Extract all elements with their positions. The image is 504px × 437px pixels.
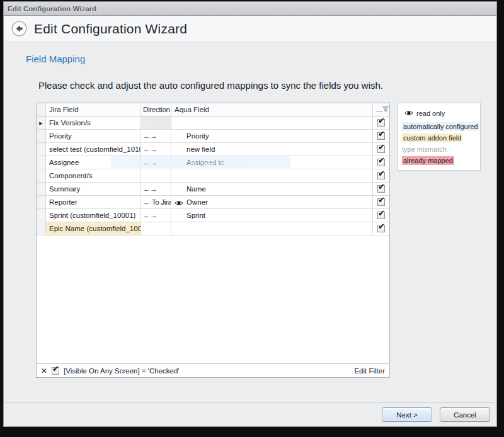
table-row[interactable]: Epic Name (customfield_10004) xyxy=(37,222,389,236)
aqua-field-value: Assigned to xyxy=(186,159,224,166)
direction-cell[interactable]: ←→ xyxy=(141,183,171,196)
table-row[interactable]: Reporter← To JiraOwner xyxy=(37,196,389,209)
edit-filter-button[interactable]: Edit Filter xyxy=(354,367,385,375)
field-mapping-grid: Jira Field Direction Aqua Field ... ▶Fix… xyxy=(36,103,390,378)
row-checkbox[interactable] xyxy=(377,212,385,219)
aqua-field-cell[interactable]: Sprint xyxy=(171,209,373,222)
jira-field-cell[interactable]: Component/s xyxy=(46,169,141,183)
filter-enabled-checkbox[interactable] xyxy=(52,367,59,375)
instruction-text: Please check and adjust the auto configu… xyxy=(38,80,383,91)
legend-item-auto-configured: automatically configured xyxy=(402,121,477,132)
aqua-field-value: Name xyxy=(186,185,206,193)
header-selector-cell xyxy=(37,103,46,116)
table-row[interactable]: ▶Fix Version/s←→ xyxy=(37,116,389,130)
row-selector-cell[interactable] xyxy=(37,196,46,209)
table-row[interactable]: Priority←→Priority xyxy=(37,130,389,143)
row-checkbox[interactable] xyxy=(377,159,385,166)
aqua-field-cell[interactable] xyxy=(171,116,373,130)
table-row[interactable]: Sprint (customfield_10001)←→Sprint xyxy=(37,209,389,222)
row-selector-cell[interactable] xyxy=(37,169,46,183)
row-checkbox[interactable] xyxy=(377,132,385,140)
aqua-field-cell[interactable] xyxy=(171,222,373,236)
direction-cell[interactable]: ←→ xyxy=(141,209,171,222)
eye-icon xyxy=(175,200,183,207)
grid-empty-area xyxy=(37,236,389,363)
legend-box: read only automatically configured custo… xyxy=(398,103,481,171)
row-checkbox[interactable] xyxy=(377,119,385,127)
row-selector-cell[interactable] xyxy=(37,143,46,156)
jira-field-cell[interactable]: Assignee xyxy=(46,156,141,169)
aqua-field-cell[interactable]: Assigned to xyxy=(171,156,373,169)
row-checkbox[interactable] xyxy=(377,225,385,232)
section-heading: Field Mapping xyxy=(26,54,85,64)
edit-configuration-wizard-window: Edit Configuration Wizard Edit Configura… xyxy=(3,1,497,427)
visible-checkbox-cell xyxy=(373,183,389,196)
direction-cell[interactable] xyxy=(141,169,171,183)
table-row[interactable]: Component/s xyxy=(37,169,389,183)
legend-item-read-only: read only xyxy=(402,108,477,119)
table-row[interactable]: select test (customfield_10100)←→new fie… xyxy=(37,143,389,156)
direction-cell[interactable]: ← To Jira xyxy=(141,196,171,209)
cancel-button[interactable]: Cancel xyxy=(440,407,490,422)
row-selector-cell[interactable] xyxy=(37,130,46,143)
row-checkbox[interactable] xyxy=(377,198,385,206)
back-button[interactable] xyxy=(11,21,27,37)
direction-cell[interactable]: ←→ xyxy=(141,156,171,169)
visible-checkbox-cell xyxy=(373,209,389,222)
aqua-field-cell[interactable]: new field xyxy=(171,143,373,156)
column-header-aqua-field[interactable]: Aqua Field xyxy=(171,103,373,116)
direction-cell[interactable] xyxy=(141,222,171,236)
row-checkbox[interactable] xyxy=(377,185,385,193)
row-selector-cell[interactable] xyxy=(37,156,46,169)
jira-field-cell[interactable]: Fix Version/s xyxy=(46,116,141,130)
column-header-options[interactable]: ... xyxy=(373,103,389,116)
table-row[interactable]: Assignee←→Assigned to xyxy=(37,156,389,169)
direction-cell[interactable]: ←→ xyxy=(141,143,171,156)
direction-cell[interactable]: ←→ xyxy=(141,130,171,143)
filter-close-icon[interactable]: ✕ xyxy=(41,367,47,375)
aqua-field-cell[interactable] xyxy=(171,169,373,183)
aqua-field-value: Priority xyxy=(186,132,209,140)
window-title: Edit Configuration Wizard xyxy=(8,5,96,13)
aqua-field-cell[interactable]: Owner xyxy=(171,196,373,209)
jira-field-cell[interactable]: Epic Name (customfield_10004) xyxy=(46,222,141,236)
next-button[interactable]: Next > xyxy=(382,407,432,422)
row-selector-cell[interactable] xyxy=(37,183,46,196)
legend-item-already-mapped: already mapped xyxy=(402,155,477,166)
jira-field-cell[interactable]: Sprint (customfield_10001) xyxy=(46,209,141,222)
aqua-field-value: Owner xyxy=(186,198,208,206)
footer-bar: Next > Cancel xyxy=(4,402,496,426)
jira-field-cell[interactable]: select test (customfield_10100) xyxy=(46,143,141,156)
aqua-field-cell[interactable]: Priority xyxy=(171,130,373,143)
window-titlebar[interactable]: Edit Configuration Wizard xyxy=(4,2,496,16)
grid-header-row: Jira Field Direction Aqua Field ... xyxy=(37,103,389,116)
aqua-field-cell[interactable]: Name xyxy=(171,183,373,196)
row-selector-cell[interactable] xyxy=(37,222,46,236)
visible-checkbox-cell xyxy=(373,116,389,130)
table-row[interactable]: Summary←→Name xyxy=(37,183,389,196)
current-row-marker: ▶ xyxy=(39,121,42,125)
visible-checkbox-cell xyxy=(373,143,389,156)
column-header-direction[interactable]: Direction xyxy=(141,103,171,116)
visible-checkbox-cell xyxy=(373,156,389,169)
jira-field-cell[interactable]: Reporter xyxy=(46,196,141,209)
back-arrow-icon xyxy=(11,21,27,37)
column-header-jira-field[interactable]: Jira Field xyxy=(46,103,141,116)
jira-field-cell[interactable]: Priority xyxy=(46,130,141,143)
column-header-dots: ... xyxy=(376,106,382,113)
row-checkbox[interactable] xyxy=(377,145,385,153)
row-checkbox[interactable] xyxy=(377,172,385,179)
aqua-field-value: new field xyxy=(186,145,215,153)
direction-cell[interactable]: ←→ xyxy=(141,116,171,130)
eye-icon xyxy=(404,108,413,119)
visible-checkbox-cell xyxy=(373,196,389,209)
wizard-header: Edit Configuration Wizard xyxy=(4,16,496,42)
jira-field-cell[interactable]: Summary xyxy=(46,183,141,196)
aqua-field-value: Sprint xyxy=(186,212,205,219)
visible-checkbox-cell xyxy=(373,222,389,236)
filter-funnel-icon[interactable] xyxy=(382,106,389,113)
visible-checkbox-cell xyxy=(373,130,389,143)
filter-expression[interactable]: [Visible On Any Screen] = 'Checked' xyxy=(64,367,180,375)
row-selector-cell[interactable] xyxy=(37,209,46,222)
row-selector-cell[interactable]: ▶ xyxy=(37,116,46,130)
